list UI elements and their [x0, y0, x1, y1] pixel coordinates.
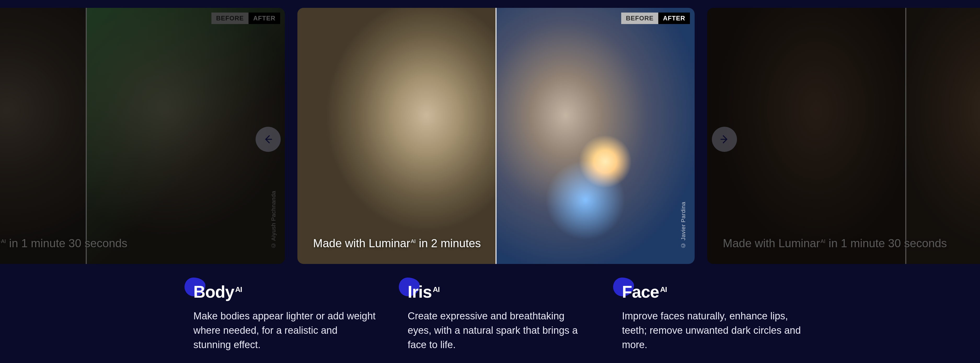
arrow-right-icon — [719, 134, 730, 145]
carousel-prev-button[interactable] — [256, 127, 281, 152]
feature-title-text: Iris — [408, 282, 432, 301]
feature-title-text: Body — [193, 282, 234, 301]
after-image — [906, 8, 980, 264]
carousel-card[interactable]: BEFORE AFTER Made with LuminarAI in 1 mi… — [0, 8, 285, 264]
feature-desc: Improve faces naturally, enhance lips, t… — [622, 309, 805, 352]
caption-brand-sup: AI — [411, 238, 416, 244]
before-badge: BEFORE — [212, 13, 248, 24]
feature-title-sup: AI — [660, 285, 667, 293]
photo-credit: © Aiyush Pachnanda — [270, 191, 277, 249]
feature-desc: Create expressive and breathtaking eyes,… — [408, 309, 590, 352]
before-image — [298, 8, 496, 264]
caption-time: in 1 minute 30 seconds — [6, 237, 127, 250]
caption-brand: Made with Luminar — [0, 237, 0, 250]
badge-row: BEFORE AFTER — [621, 13, 690, 24]
carousel-card-active[interactable]: BEFORE AFTER Made with LuminarAI in 2 mi… — [298, 8, 695, 264]
after-image — [86, 8, 285, 264]
after-image — [496, 8, 695, 264]
arrow-left-icon — [262, 134, 274, 145]
caption-time: in 2 minutes — [416, 237, 481, 250]
page-root: BEFORE AFTER Made with LuminarAI in 1 mi… — [0, 0, 980, 363]
feature-desc: Make bodies appear lighter or add weight… — [193, 309, 376, 352]
carousel-next-button[interactable] — [712, 127, 737, 152]
comparison-divider[interactable] — [86, 8, 87, 264]
feature-title: IrisAI — [408, 282, 601, 302]
feature-body: BodyAI Make bodies appear lighter or add… — [193, 282, 387, 352]
carousel-card[interactable]: BEFORE AFTER Made with LuminarAI in 1 mi… — [707, 8, 980, 264]
before-image — [707, 8, 906, 264]
before-image — [0, 8, 86, 264]
card-caption: Made with LuminarAI in 1 minute 30 secon… — [0, 237, 127, 250]
caption-time: in 1 minute 30 seconds — [826, 237, 947, 250]
feature-title: BodyAI — [193, 282, 387, 302]
after-badge: AFTER — [658, 13, 690, 24]
feature-face: FaceAI Improve faces naturally, enhance … — [622, 282, 815, 352]
before-after-carousel: BEFORE AFTER Made with LuminarAI in 1 mi… — [0, 8, 980, 264]
comparison-divider[interactable] — [905, 8, 906, 264]
feature-title-sup: AI — [235, 285, 242, 293]
caption-brand-sup: AI — [1, 238, 6, 244]
card-caption: Made with LuminarAI in 1 minute 30 secon… — [723, 237, 947, 250]
after-badge: AFTER — [248, 13, 280, 24]
feature-row: BodyAI Make bodies appear lighter or add… — [193, 282, 815, 352]
caption-brand: Made with Luminar — [313, 237, 410, 250]
feature-title-text: Face — [622, 282, 659, 301]
before-badge: BEFORE — [621, 13, 658, 24]
badge-row: BEFORE AFTER — [212, 13, 280, 24]
comparison-divider[interactable] — [495, 8, 496, 264]
caption-brand-sup: AI — [821, 238, 826, 244]
caption-brand: Made with Luminar — [723, 237, 820, 250]
card-caption: Made with LuminarAI in 2 minutes — [313, 237, 481, 250]
feature-title: FaceAI — [622, 282, 815, 302]
feature-iris: IrisAI Create expressive and breathtakin… — [408, 282, 601, 352]
photo-credit: © Javier Pardina — [680, 202, 687, 249]
feature-title-sup: AI — [433, 285, 439, 293]
